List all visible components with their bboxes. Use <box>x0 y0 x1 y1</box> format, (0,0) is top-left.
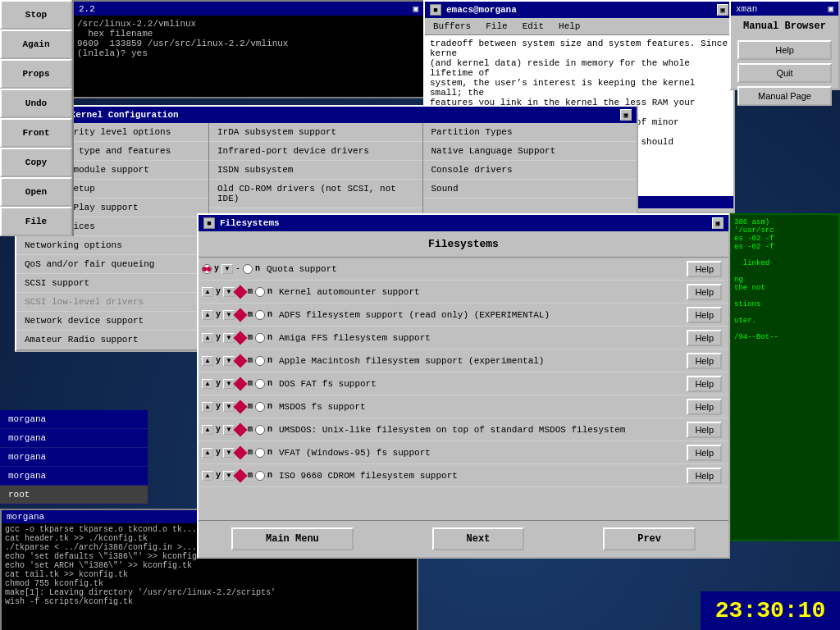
amiga-up-arrow[interactable]: ▲ <box>202 333 213 343</box>
dosfat-m-diamond[interactable] <box>234 377 248 390</box>
emacs-menubar: Buffers File Edit Help <box>425 18 733 35</box>
menu-item-network-device[interactable]: Network device support <box>16 312 208 331</box>
msdos-up-arrow[interactable]: ▲ <box>202 402 213 412</box>
adfs-radio-group: ▲ y ▼ m n <box>202 310 274 320</box>
dosfat-help-button[interactable]: Help <box>687 376 722 392</box>
vfat-help-button[interactable]: Help <box>687 445 722 461</box>
xman-titlebar: xman ▣ <box>731 2 838 16</box>
adfs-up-arrow[interactable]: ▲ <box>202 310 213 320</box>
green-line-4: es -02 -f <box>734 243 835 251</box>
apple-m-diamond[interactable] <box>234 354 248 368</box>
copy-button[interactable]: Copy <box>0 148 72 177</box>
undo-button[interactable]: Undo <box>0 89 72 118</box>
main-menu-button[interactable]: Main Menu <box>231 527 354 550</box>
stop-button[interactable]: Stop <box>0 0 72 30</box>
menu-item-isdn[interactable]: ISDN subsystem <box>209 161 422 180</box>
apple-n-radio[interactable] <box>255 356 265 366</box>
prev-button[interactable]: Prev <box>603 527 696 550</box>
automounter-up-arrow[interactable]: ▲ <box>202 287 213 297</box>
adfs-m-diamond[interactable] <box>234 308 248 322</box>
emacs-close-icon[interactable]: ▣ <box>717 4 728 16</box>
tb-line-5: echo 'set ARCH \"i386\"' >> kconfig.tk <box>5 561 413 570</box>
automounter-n-radio[interactable] <box>255 287 265 297</box>
open-button[interactable]: Open <box>0 177 72 207</box>
next-button[interactable]: Next <box>432 527 525 550</box>
toolbar-left: Stop Again Props Undo Front Copy Open Fi… <box>0 0 74 236</box>
terminal-line-4: (lnlela)? yes <box>77 48 420 58</box>
user-item-morgana-4[interactable]: morgana <box>0 467 148 486</box>
xman-quit-button[interactable]: Quit <box>737 63 832 83</box>
user-item-morgana-2[interactable]: morgana <box>0 429 148 448</box>
amiga-n-radio[interactable] <box>255 333 265 343</box>
iso9660-help-button[interactable]: Help <box>687 468 722 484</box>
vfat-n-radio[interactable] <box>255 448 265 458</box>
emacs-line-1: tradeoff between system size and system … <box>430 39 728 58</box>
fs-close-icon[interactable]: ▣ <box>712 217 724 229</box>
emacs-line-2: (and kernel data) reside in memory for t… <box>430 58 728 78</box>
dosfat-n-radio[interactable] <box>255 379 265 389</box>
umsdos-up-arrow[interactable]: ▲ <box>202 425 213 435</box>
umsdos-n-radio[interactable] <box>255 425 265 435</box>
menu-item-nls[interactable]: Native Language Support <box>423 142 637 161</box>
fs-row-adfs: ▲ y ▼ m n ADFS filesystem support (read … <box>199 304 728 326</box>
again-button[interactable]: Again <box>0 30 72 59</box>
xman-close-icon[interactable]: ▣ <box>828 3 833 14</box>
emacs-edit-menu[interactable]: Edit <box>519 21 547 32</box>
menu-item-networking[interactable]: Networking options <box>16 236 208 255</box>
msdos-help-button[interactable]: Help <box>687 399 722 415</box>
menu-item-cdrom-old[interactable]: Old CD-ROM drivers (not SCSI, not IDE) <box>209 180 422 208</box>
menu-item-infrared[interactable]: Infrared-port device drivers <box>209 142 422 161</box>
menu-item-console[interactable]: Console drivers <box>423 161 637 180</box>
emacs-titlebar: ■ emacs@morgana ▣ <box>425 2 733 18</box>
menu-item-sound[interactable]: Sound <box>423 180 637 199</box>
terminal-title: 2.2 <box>79 4 95 14</box>
terminal-close-icon[interactable]: ▣ <box>413 3 418 14</box>
automounter-m-diamond[interactable] <box>234 285 248 299</box>
apple-up-arrow[interactable]: ▲ <box>202 356 213 366</box>
menu-item-amateur-radio[interactable]: Amateur Radio support <box>16 331 208 349</box>
quota-down-arrow[interactable]: ▼ <box>221 264 233 274</box>
msdos-m-diamond[interactable] <box>234 399 248 413</box>
menu-item-qos[interactable]: QoS and/or fair queueing <box>16 255 208 274</box>
fs-table-container: y ▼ - n Quota support Help ▲ y <box>199 258 728 520</box>
amiga-help-button[interactable]: Help <box>687 330 722 346</box>
vfat-m-diamond[interactable] <box>234 445 248 459</box>
apple-help-button[interactable]: Help <box>687 353 722 369</box>
xman-manual-page-button[interactable]: Manual Page <box>737 86 832 106</box>
vfat-up-arrow[interactable]: ▲ <box>202 448 213 458</box>
emacs-buffers-menu[interactable]: Buffers <box>430 21 474 32</box>
terminal-top-titlebar: 2.2 ▣ <box>74 2 423 16</box>
quota-n-radio[interactable] <box>243 264 253 274</box>
fs-row-amiga: ▲ y ▼ m n Amiga FFS filesystem support H… <box>199 326 728 349</box>
automounter-help-button[interactable]: Help <box>687 284 722 300</box>
fs-rows-scroll[interactable]: y ▼ - n Quota support Help ▲ y <box>199 258 728 520</box>
emacs-file-menu[interactable]: File <box>482 21 510 32</box>
amiga-m-diamond[interactable] <box>234 331 248 345</box>
fs-row-automounter: ▲ y ▼ m n Kernel automounter support Hel… <box>199 281 728 304</box>
menu-item-irda[interactable]: IrDA subsystem support <box>209 123 422 142</box>
iso9660-m-diamond[interactable] <box>234 468 248 482</box>
user-item-morgana-3[interactable]: morgana <box>0 448 148 467</box>
front-button[interactable]: Front <box>0 118 72 148</box>
user-item-root[interactable]: root <box>0 486 148 504</box>
adfs-n-radio[interactable] <box>255 310 265 320</box>
quota-y-radio[interactable] <box>202 264 212 274</box>
menu-item-scsi[interactable]: SCSI support <box>16 274 208 293</box>
dosfat-up-arrow[interactable]: ▲ <box>202 379 213 389</box>
emacs-help-menu[interactable]: Help <box>555 21 583 32</box>
iso9660-up-arrow[interactable]: ▲ <box>202 471 213 481</box>
tb-line-9: wish -f scripts/kconfig.tk <box>5 597 413 606</box>
umsdos-m-diamond[interactable] <box>234 422 248 436</box>
iso9660-n-radio[interactable] <box>255 471 265 481</box>
menu-item-partition[interactable]: Partition Types <box>423 123 637 142</box>
props-button[interactable]: Props <box>0 59 72 89</box>
kernel-config-close-icon[interactable]: ▣ <box>620 109 632 121</box>
file-button[interactable]: File <box>0 207 72 236</box>
xman-help-button[interactable]: Help <box>737 40 832 60</box>
fs-row-msdos: ▲ y ▼ m n MSDOS fs support Help <box>199 395 728 418</box>
msdos-n-radio[interactable] <box>255 402 265 412</box>
umsdos-help-button[interactable]: Help <box>687 422 722 438</box>
adfs-help-button[interactable]: Help <box>687 307 722 323</box>
user-item-morgana-1[interactable]: morgana <box>0 410 148 429</box>
quota-help-button[interactable]: Help <box>687 261 722 277</box>
